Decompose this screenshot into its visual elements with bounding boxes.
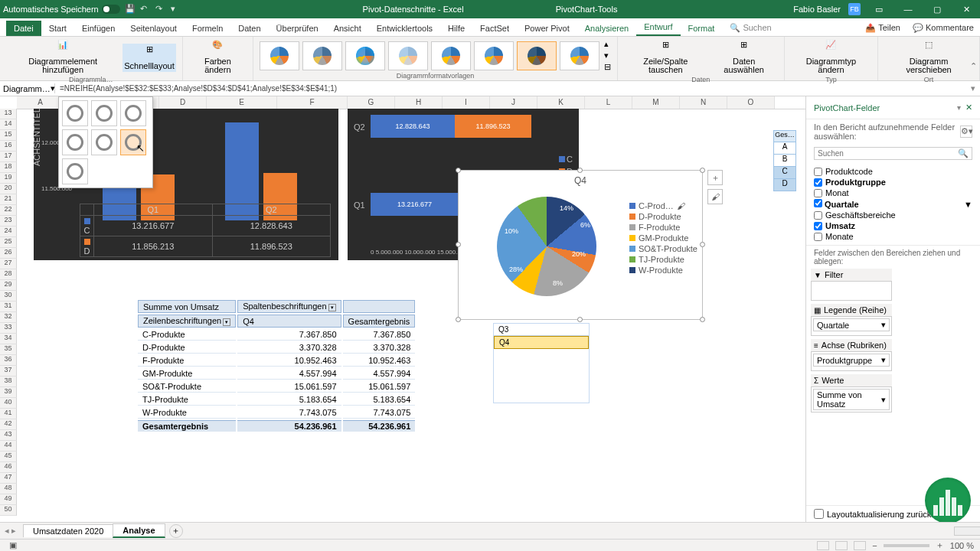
undo-icon[interactable]: ↶: [140, 4, 151, 15]
tab-powerpivot[interactable]: Power Pivot: [517, 21, 577, 36]
close-icon[interactable]: ✕: [956, 2, 977, 17]
chart-style-2[interactable]: [302, 41, 342, 70]
name-box[interactable]: Diagramm…▾: [0, 83, 55, 93]
tab-factset[interactable]: FactSet: [472, 21, 517, 36]
field-quartale[interactable]: Quartale▼: [814, 198, 972, 210]
collapse-ribbon-icon[interactable]: ⌃: [970, 61, 977, 71]
tab-entwicklertools[interactable]: Entwicklertools: [369, 21, 440, 36]
customize-qat-icon[interactable]: ▾: [171, 4, 181, 15]
styles-down-icon[interactable]: ▾: [604, 51, 611, 60]
tab-einfuegen[interactable]: Einfügen: [74, 21, 122, 36]
chart-style-3[interactable]: [345, 41, 385, 70]
chart-style-6[interactable]: [474, 41, 514, 70]
formula-expand-icon[interactable]: ▾: [966, 83, 980, 93]
layout-opt-4[interactable]: [62, 129, 88, 155]
worksheet-grid[interactable]: ABCDEFGHIJKLMNO 131415161718192021222324…: [0, 96, 805, 522]
slicer-item-c[interactable]: C: [773, 167, 796, 179]
area-legend[interactable]: ▦ Legende (Reihe)Quartale▾: [811, 304, 892, 336]
search-icon[interactable]: 🔍: [958, 148, 969, 158]
tab-start[interactable]: Start: [41, 21, 74, 36]
styles-up-icon[interactable]: ▴: [604, 39, 611, 49]
horizontal-scrollbar[interactable]: ◂▸: [954, 527, 974, 536]
pie-plot[interactable]: 14% 6% 20% 8% 28% 10%: [497, 197, 596, 296]
tab-analysieren[interactable]: Analysieren: [577, 21, 636, 36]
add-sheet-button[interactable]: ＋: [169, 524, 183, 538]
brush-icon[interactable]: 🖌: [677, 201, 685, 210]
field-search[interactable]: 🔍: [814, 147, 972, 160]
quick-layout-button[interactable]: ⊞Schnelllayout: [122, 44, 175, 72]
chart-elements-button[interactable]: ＋: [707, 170, 723, 185]
view-pagelayout-icon[interactable]: [835, 541, 848, 550]
save-icon[interactable]: 💾: [125, 4, 136, 15]
field-umsatz[interactable]: Umsatz: [814, 220, 972, 231]
slicer-item-b[interactable]: B: [773, 155, 796, 167]
pie-chart[interactable]: Q4 14% 6% 20% 8% 28% 10% C-Prod…🖌 D-Prod…: [458, 170, 703, 320]
field-monat[interactable]: Monat: [814, 187, 972, 198]
view-pagebreak-icon[interactable]: [854, 541, 866, 550]
share-button[interactable]: 📤 Teilen: [859, 20, 906, 36]
chart-style-7[interactable]: [517, 41, 557, 70]
field-geschaeftsbereiche[interactable]: Geschäftsbereiche: [814, 210, 972, 220]
sheet-analyse[interactable]: Analyse: [113, 523, 165, 538]
ribbon-options-icon[interactable]: ▭: [868, 2, 890, 17]
zoom-level[interactable]: 100 %: [950, 541, 974, 550]
maximize-icon[interactable]: ▢: [926, 2, 948, 17]
slicer-q4[interactable]: Q4: [494, 336, 589, 349]
record-macro-icon[interactable]: ▣: [9, 540, 17, 550]
redo-icon[interactable]: ↷: [155, 4, 166, 15]
layout-opt-5[interactable]: [91, 129, 117, 155]
autosave-toggle[interactable]: Automatisches Speichern: [3, 5, 120, 14]
panel-min-icon[interactable]: ▾: [957, 103, 961, 112]
tab-seitenlayout[interactable]: Seitenlayout: [122, 21, 185, 36]
slicer-item-d[interactable]: D: [773, 179, 796, 191]
chip-quartale[interactable]: Quartale▾: [813, 318, 890, 331]
zoom-out-icon[interactable]: −: [872, 541, 877, 550]
styles-more-icon[interactable]: ⊟: [604, 62, 611, 72]
pie-legend[interactable]: C-Prod…🖌 D-Produkte F-Produkte GM-Produk…: [629, 201, 697, 276]
tab-entwurf[interactable]: Entwurf: [636, 19, 680, 36]
tab-datei[interactable]: Datei: [6, 21, 41, 36]
layout-opt-1[interactable]: [62, 100, 88, 126]
area-filter[interactable]: ▼ Filter: [811, 269, 892, 301]
chart-style-5[interactable]: [431, 41, 471, 70]
slicer-item-a[interactable]: A: [773, 142, 796, 155]
panel-close-icon[interactable]: ✕: [965, 103, 972, 112]
layout-opt-2[interactable]: [91, 100, 117, 126]
change-chart-type-button[interactable]: 📈Diagrammtyp ändern: [791, 39, 872, 76]
avatar[interactable]: FB: [848, 3, 861, 15]
tab-formeln[interactable]: Formeln: [185, 21, 230, 36]
tab-suchen[interactable]: 🔍 Suchen: [722, 20, 779, 36]
layout-opt-3[interactable]: [120, 100, 146, 126]
area-axis[interactable]: ≡ Achse (Rubriken)Produktgruppe▾: [811, 339, 892, 371]
chart-styles-button[interactable]: 🖌: [707, 189, 723, 204]
chart-title[interactable]: Q4: [459, 171, 702, 186]
layout-opt-6[interactable]: ↖: [120, 129, 146, 155]
move-chart-button[interactable]: ⬚Diagramm verschieben: [884, 39, 973, 76]
defer-layout-checkbox[interactable]: [814, 509, 824, 519]
chart-style-8[interactable]: [560, 41, 599, 70]
comments-button[interactable]: 💬 Kommentare: [906, 20, 980, 36]
switch-row-col-button[interactable]: ⊞Zeile/Spalte tauschen: [624, 39, 707, 76]
view-normal-icon[interactable]: [817, 541, 829, 550]
tab-hilfe[interactable]: Hilfe: [440, 21, 472, 36]
field-produktcode[interactable]: Produktcode: [814, 166, 972, 177]
select-data-button[interactable]: ⊞Daten auswählen: [710, 39, 778, 76]
tab-daten[interactable]: Daten: [230, 21, 268, 36]
tab-ansicht[interactable]: Ansicht: [326, 21, 369, 36]
row-filter-icon[interactable]: ▾: [223, 318, 230, 326]
sheet-nav-icon[interactable]: ◂ ▸: [5, 526, 16, 536]
filter-icon[interactable]: ▼: [964, 200, 972, 209]
formula-input[interactable]: =NREIHE(Analyse!$E$32:$E$33;Analyse!$D$3…: [55, 84, 966, 93]
chip-summe-umsatz[interactable]: Summe von Umsatz▾: [813, 389, 890, 410]
chart-style-1[interactable]: [260, 41, 299, 70]
tab-format[interactable]: Format: [681, 21, 723, 36]
pivot-table[interactable]: Summe von UmsatzSpaltenbeschriftungen▾ Z…: [136, 298, 416, 433]
add-chart-element-button[interactable]: 📊Diagrammelement hinzufügen: [6, 39, 119, 76]
zoom-in-icon[interactable]: ＋: [936, 540, 944, 551]
sheet-umsatzdaten[interactable]: Umsatzdaten 2020: [23, 524, 113, 537]
change-colors-button[interactable]: 🎨Farben ändern: [189, 39, 247, 76]
layout-opt-7[interactable]: [62, 158, 88, 184]
panel-gear-icon[interactable]: ⚙▾: [960, 126, 972, 138]
minimize-icon[interactable]: —: [897, 2, 919, 17]
chart-style-4[interactable]: [388, 41, 428, 70]
